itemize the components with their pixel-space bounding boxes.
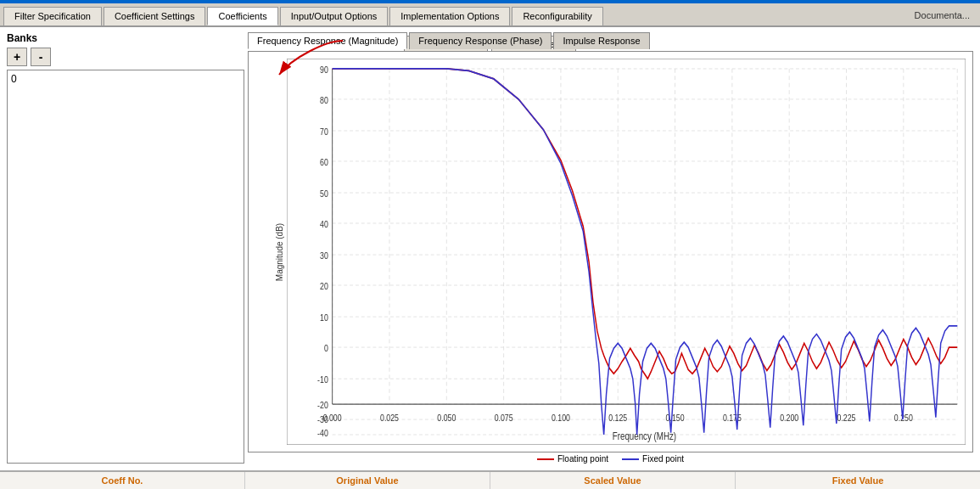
tab-io-options[interactable]: Input/Output Options — [280, 7, 389, 25]
svg-text:80: 80 — [320, 95, 328, 105]
chart-legend: Floating point Fixed point — [248, 454, 973, 464]
add-bank-button[interactable]: + — [7, 48, 27, 66]
table-col-coeff-no: Coeff No. — [0, 472, 245, 489]
svg-text:0.150: 0.150 — [666, 413, 685, 424]
svg-text:60: 60 — [320, 157, 328, 167]
svg-text:0: 0 — [324, 343, 328, 353]
svg-text:0.050: 0.050 — [437, 413, 456, 424]
tab-filter-spec[interactable]: Filter Specification — [3, 7, 102, 25]
legend-fixed: Fixed point — [622, 454, 684, 464]
bank-item-0[interactable]: 0 — [9, 72, 242, 86]
svg-text:-10: -10 — [317, 374, 328, 385]
svg-rect-1 — [287, 59, 966, 445]
banks-controls: + - — [7, 48, 244, 66]
tab-coefficients[interactable]: Coefficients — [207, 7, 277, 25]
svg-text:0.250: 0.250 — [894, 413, 913, 424]
svg-text:-20: -20 — [317, 400, 328, 410]
left-panel: Banks + - 0 — [7, 32, 244, 464]
content-area: Import from file Export to file ··· Bank… — [0, 27, 980, 470]
svg-text:30: 30 — [320, 250, 328, 261]
tab-reconfig[interactable]: Reconfigurability — [512, 7, 602, 25]
table-col-fixed: Fixed Value — [736, 472, 980, 489]
bottom-table-header: Coeff No. Original Value Scaled Value Fi… — [0, 470, 980, 489]
svg-text:0.025: 0.025 — [380, 413, 399, 424]
main-layout: Banks + - 0 Frequency Response (Magnitud… — [3, 32, 977, 467]
legend-floating: Floating point — [537, 454, 608, 464]
chart-container: Magnitude (dB) .grid-line { stroke: #ccc… — [248, 51, 973, 452]
svg-text:0.125: 0.125 — [608, 413, 627, 424]
svg-text:50: 50 — [320, 188, 328, 199]
banks-label: Banks — [7, 32, 244, 44]
svg-text:0.075: 0.075 — [495, 413, 513, 424]
svg-text:70: 70 — [320, 126, 328, 137]
y-axis-label: Magnitude (dB) — [275, 222, 284, 280]
main-container: Filter Specification Coefficient Setting… — [0, 0, 980, 489]
svg-text:0.200: 0.200 — [780, 413, 798, 424]
svg-text:0.000: 0.000 — [323, 413, 342, 424]
svg-text:0.100: 0.100 — [552, 413, 570, 424]
remove-bank-button[interactable]: - — [31, 48, 51, 66]
svg-text:Frequency (MHz): Frequency (MHz) — [613, 430, 676, 441]
tab-impl-options[interactable]: Implementation Options — [389, 7, 510, 25]
chart-svg: .grid-line { stroke: #cccccc; stroke-wid… — [287, 59, 966, 445]
documentation-label: Documenta... — [908, 7, 977, 25]
svg-text:0.175: 0.175 — [723, 413, 742, 424]
table-col-scaled: Scaled Value — [490, 472, 736, 489]
svg-text:40: 40 — [320, 219, 328, 229]
chart-tab-impulse[interactable]: Impulse Response — [553, 32, 649, 49]
legend-fixed-label: Fixed point — [642, 454, 684, 464]
tab-bar: Filter Specification Coefficient Setting… — [0, 3, 980, 27]
svg-text:20: 20 — [320, 281, 328, 291]
chart-tab-freq-phase[interactable]: Frequency Response (Phase) — [409, 32, 552, 49]
svg-text:10: 10 — [320, 312, 328, 323]
svg-text:-40: -40 — [317, 429, 328, 439]
svg-text:0.225: 0.225 — [837, 413, 856, 424]
right-panel: Frequency Response (Magnitude) Frequency… — [248, 32, 973, 464]
table-col-original: Original Value — [245, 472, 490, 489]
banks-list: 0 — [7, 70, 244, 464]
tab-coeff-settings[interactable]: Coefficient Settings — [104, 7, 206, 25]
legend-floating-label: Floating point — [557, 454, 608, 464]
